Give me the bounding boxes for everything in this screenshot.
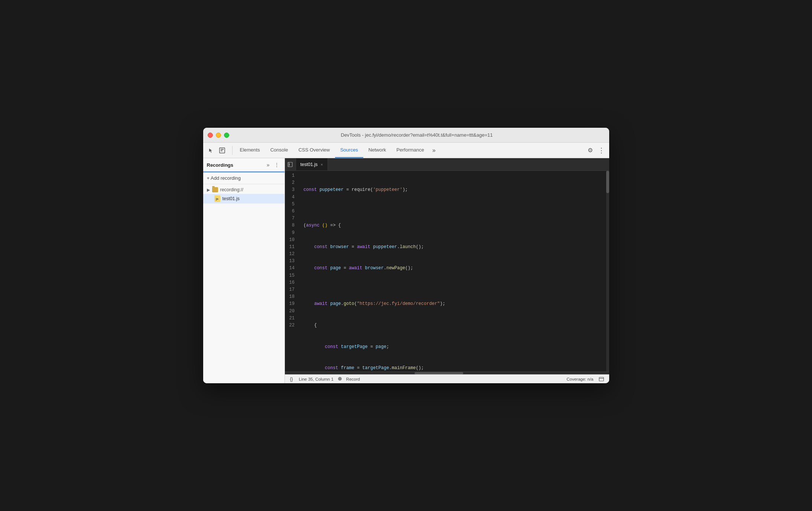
status-bar-right: Coverage: n/a — [566, 375, 605, 383]
tree-folder-recording[interactable]: ▶ recording:// — [203, 186, 285, 194]
file-name: test01.js — [223, 196, 240, 201]
tab-css-overview[interactable]: CSS Overview — [293, 143, 335, 158]
window-title: DevTools - jec.fyi/demo/recorder?email=t… — [229, 132, 605, 138]
file-tree: ▶ recording:// js test01.js — [203, 184, 285, 383]
horizontal-scrollbar[interactable] — [285, 371, 609, 374]
svg-rect-2 — [221, 150, 223, 151]
status-bar: {} Line 35, Column 1 Record Coverage: n/… — [285, 374, 609, 383]
svg-rect-7 — [599, 377, 604, 381]
scrollbar-thumb[interactable] — [606, 171, 609, 193]
sidebar-title: Recordings — [207, 162, 234, 168]
settings-icon: ⚙ — [588, 147, 593, 154]
close-button[interactable] — [208, 133, 213, 138]
format-button[interactable]: {} — [289, 374, 295, 384]
titlebar: DevTools - jec.fyi/demo/recorder?email=t… — [203, 128, 609, 143]
sidebar-expand-icon[interactable]: » — [265, 161, 271, 169]
toolbar-right: ⚙ ⋮ — [585, 146, 606, 155]
folder-name: recording:// — [220, 187, 244, 192]
code-content: 1 2 3 4 5 6 7 8 9 10 11 12 13 — [285, 171, 609, 371]
settings-button[interactable]: ⚙ — [585, 146, 595, 155]
tab-network[interactable]: Network — [363, 143, 392, 158]
coverage-label: Coverage: n/a — [566, 377, 593, 381]
more-options-button[interactable]: ⋮ — [597, 146, 606, 155]
devtools-window: DevTools - jec.fyi/demo/recorder?email=t… — [203, 128, 609, 383]
toolbar-icons — [206, 146, 227, 155]
sidebar-menu-icon[interactable]: ⋮ — [273, 161, 281, 169]
editor-tab-filename: test01.js — [301, 162, 318, 167]
more-tabs-button[interactable]: » — [429, 147, 439, 154]
tab-sources[interactable]: Sources — [335, 143, 363, 158]
tab-performance[interactable]: Performance — [391, 143, 429, 158]
main-body: Recordings » ⋮ + Add recording ▶ recordi… — [203, 158, 609, 383]
add-recording-label: + Add recording — [207, 175, 241, 181]
minimize-button[interactable] — [216, 133, 221, 138]
maximize-button[interactable] — [224, 133, 229, 138]
editor-tab-close[interactable]: × — [321, 162, 323, 167]
cursor-position: Line 35, Column 1 — [299, 377, 334, 381]
inspect-icon[interactable] — [217, 146, 227, 155]
toolbar-divider — [232, 146, 233, 155]
folder-expand-icon: ▶ — [207, 188, 210, 192]
add-recording-button[interactable]: + Add recording — [203, 172, 285, 184]
layers-button[interactable] — [597, 375, 605, 383]
svg-rect-3 — [288, 162, 292, 167]
main-toolbar: Elements Console CSS Overview Sources Ne… — [203, 143, 609, 158]
folder-icon — [212, 187, 218, 192]
cursor-icon[interactable] — [206, 146, 216, 155]
traffic-lights — [208, 133, 229, 138]
sidebar-header-icons: » ⋮ — [265, 161, 281, 169]
vertical-scrollbar[interactable] — [606, 171, 609, 371]
code-area[interactable]: 1 2 3 4 5 6 7 8 9 10 11 12 13 — [285, 171, 609, 371]
record-dot-icon — [338, 377, 342, 381]
devtools: Elements Console CSS Overview Sources Ne… — [203, 143, 609, 383]
editor-tab-test01[interactable]: test01.js × — [296, 158, 328, 170]
more-vert-icon: ⋮ — [598, 146, 605, 154]
editor-tabs: test01.js × — [285, 158, 609, 171]
record-label[interactable]: Record — [346, 377, 360, 381]
sidebar: Recordings » ⋮ + Add recording ▶ recordi… — [203, 158, 285, 383]
h-scrollbar-thumb[interactable] — [415, 372, 463, 374]
js-file-icon: js — [214, 195, 220, 202]
nav-tabs: Elements Console CSS Overview Sources Ne… — [235, 143, 439, 158]
tab-elements[interactable]: Elements — [235, 143, 265, 158]
tab-console[interactable]: Console — [265, 143, 293, 158]
code-lines: const puppeteer = require('puppeteer'); … — [299, 172, 609, 371]
line-numbers: 1 2 3 4 5 6 7 8 9 10 11 12 13 — [285, 172, 299, 371]
main-panel: test01.js × 1 2 3 4 5 6 7 — [285, 158, 609, 383]
sidebar-header: Recordings » ⋮ — [203, 158, 285, 172]
tree-file-test01[interactable]: js test01.js — [203, 194, 285, 204]
panel-toggle-button[interactable] — [285, 159, 296, 170]
svg-rect-1 — [221, 149, 224, 150]
h-scrollbar-track — [285, 372, 609, 374]
format-icon: {} — [290, 377, 293, 382]
